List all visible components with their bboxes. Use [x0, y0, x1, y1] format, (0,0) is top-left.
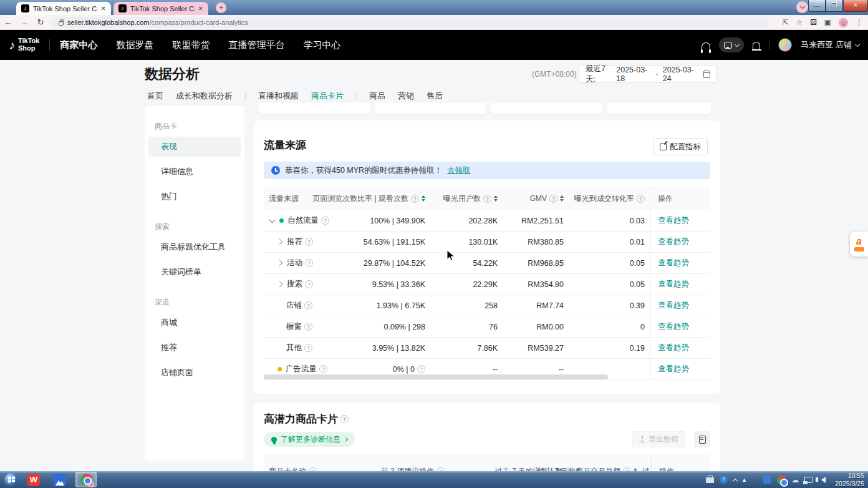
help-icon[interactable]: ?: [637, 195, 645, 203]
help-icon[interactable]: ?: [304, 301, 312, 310]
taskbar-app-wps[interactable]: W: [23, 472, 44, 487]
tab-close-icon[interactable]: ✕: [198, 5, 203, 12]
menu-dots-icon[interactable]: ⋮: [856, 18, 863, 27]
chevron-right-icon[interactable]: [277, 281, 283, 288]
help-icon[interactable]: ?: [319, 365, 327, 373]
restore-button[interactable]: ❐: [826, 0, 843, 12]
browser-tab-1[interactable]: ♪ TikTok Shop Seller Center | Cr ✕: [16, 2, 111, 15]
col-exposed-users[interactable]: 曝光用户数?: [430, 194, 503, 203]
view-trend-link[interactable]: 查看趋势: [658, 215, 689, 226]
tray-blue-app-icon[interactable]: [763, 476, 771, 484]
col-gmv[interactable]: GMV?: [503, 194, 569, 203]
diagnosis-link[interactable]: 了解更多诊断信息: [264, 432, 355, 447]
tab-search-chevron-icon[interactable]: [796, 1, 808, 13]
configure-metrics-button[interactable]: 配置指标: [653, 138, 708, 155]
profile-avatar[interactable]: ☺: [839, 18, 848, 27]
chevron-down-icon[interactable]: [269, 217, 276, 223]
help-icon[interactable]: ?: [411, 195, 419, 203]
help-icon[interactable]: ?: [305, 280, 313, 288]
tab-home[interactable]: 首页: [147, 90, 163, 102]
show-hidden-icons[interactable]: ▴: [743, 476, 746, 484]
sidebar-item-hot[interactable]: 热门: [148, 187, 241, 207]
tab-live-video[interactable]: 直播和视频: [258, 90, 299, 102]
view-trend-link[interactable]: 查看趋势: [658, 237, 689, 247]
view-trend-link[interactable]: 查看趋势: [658, 258, 689, 268]
floating-promo-widget[interactable]: a: [850, 232, 868, 256]
sidebar-item-title-optimizer[interactable]: 商品标题优化工具: [148, 237, 241, 257]
minimize-button[interactable]: —: [808, 0, 826, 12]
bookmark-star-icon[interactable]: ☆: [796, 18, 803, 27]
view-trend-link[interactable]: 查看趋势: [658, 279, 689, 290]
sort-icon[interactable]: [422, 195, 425, 202]
nav-item-data-compass[interactable]: 数据罗盘: [116, 39, 153, 51]
view-trend-link[interactable]: 查看趋势: [658, 300, 689, 311]
help-icon[interactable]: ?: [304, 344, 312, 352]
clock[interactable]: 10:55 2025/3/25: [835, 472, 864, 487]
side-panel-icon[interactable]: ▣: [824, 18, 831, 27]
tray-help-icon[interactable]: ?: [720, 476, 728, 484]
sidebar-item-mall[interactable]: 商城: [148, 313, 241, 333]
help-icon[interactable]: ?: [340, 415, 349, 423]
tab-close-icon[interactable]: ✕: [101, 5, 106, 12]
share-icon[interactable]: ⇱: [782, 18, 788, 27]
nav-item-affiliate[interactable]: 联盟带货: [172, 39, 210, 51]
help-icon[interactable]: ?: [417, 365, 425, 373]
tab-aftersales[interactable]: 售后: [427, 90, 443, 102]
browser-tab-2[interactable]: ♪ TikTok Shop Seller Center | Cr ✕: [113, 2, 208, 15]
tiktok-shop-logo[interactable]: ♪ TikTok Shop: [9, 37, 39, 52]
back-button[interactable]: ←: [0, 17, 16, 27]
chevron-right-icon[interactable]: [277, 260, 283, 266]
support-headset-icon[interactable]: [702, 42, 710, 50]
date-range-picker[interactable]: 最近7天: 2025-03-18 - 2025-03-24: [579, 66, 717, 83]
nav-item-live-manager[interactable]: 直播管理平台: [228, 39, 284, 51]
tab-growth[interactable]: 成长和数据分析: [176, 90, 233, 102]
tray-up-chevron-icon[interactable]: [733, 478, 738, 483]
help-icon[interactable]: ?: [304, 323, 312, 331]
reload-button[interactable]: ↻: [32, 17, 49, 27]
help-icon[interactable]: ?: [321, 217, 329, 225]
sidebar-item-details[interactable]: 详细信息: [148, 162, 241, 182]
help-icon[interactable]: ?: [305, 238, 313, 246]
forward-button[interactable]: →: [16, 17, 32, 27]
tray-chrome-icon[interactable]: [777, 476, 786, 484]
nav-item-learning-center[interactable]: 学习中心: [303, 39, 340, 51]
view-trend-link[interactable]: 查看趋势: [658, 364, 689, 374]
sidebar-item-shop-page[interactable]: 店铺页面: [148, 363, 241, 383]
help-icon[interactable]: ?: [483, 195, 491, 203]
export-data-button[interactable]: 导出数据: [632, 431, 685, 447]
taskbar-app-m[interactable]: [49, 472, 70, 487]
help-icon[interactable]: ?: [549, 195, 557, 203]
help-icon[interactable]: ?: [305, 259, 313, 267]
report-doc-button[interactable]: [694, 431, 710, 447]
sidebar-item-performance[interactable]: 表现: [148, 137, 241, 157]
volume-icon[interactable]: [818, 477, 826, 483]
tab-product-card[interactable]: 商品卡片: [311, 90, 344, 102]
view-trend-link[interactable]: 查看趋势: [658, 321, 689, 332]
tab-marketing[interactable]: 营销: [398, 90, 414, 102]
new-tab-button[interactable]: +: [216, 2, 226, 13]
network-icon[interactable]: [804, 477, 813, 483]
tray-cloud-icon[interactable]: ☁: [791, 476, 799, 484]
sidebar-item-keyword-ranking[interactable]: 关键词榜单: [148, 262, 241, 282]
claim-coupon-link[interactable]: 去领取: [447, 165, 471, 176]
sort-icon[interactable]: [494, 195, 498, 202]
nav-item-seller-center[interactable]: 商家中心: [60, 39, 97, 51]
view-trend-link[interactable]: 查看趋势: [658, 343, 689, 353]
close-button[interactable]: ✕: [843, 0, 868, 12]
taskbar-app-chrome[interactable]: [75, 472, 97, 487]
start-button[interactable]: [4, 473, 18, 487]
extensions-puzzle-icon[interactable]: ⚄: [810, 18, 816, 27]
notifications-bell-icon[interactable]: [753, 42, 760, 49]
store-avatar[interactable]: [778, 38, 792, 52]
chevron-right-icon[interactable]: [277, 239, 283, 245]
address-bar[interactable]: seller.tiktokglobalshop.com/compass/prod…: [52, 17, 768, 28]
horizontal-scrollbar[interactable]: [264, 374, 608, 379]
store-switcher[interactable]: 马来西亚 店铺: [801, 39, 859, 51]
col-conversion[interactable]: 曝光到成交转化率?: [569, 194, 650, 203]
tab-product[interactable]: 商品: [369, 90, 385, 102]
sidebar-item-recommend[interactable]: 推荐: [148, 338, 241, 358]
col-pageviews[interactable]: 页面浏览次数比率 | 观看次数?: [359, 194, 430, 203]
sort-icon[interactable]: [560, 195, 564, 202]
language-selector[interactable]: [719, 37, 744, 52]
tray-briefcase-icon[interactable]: [706, 477, 714, 483]
